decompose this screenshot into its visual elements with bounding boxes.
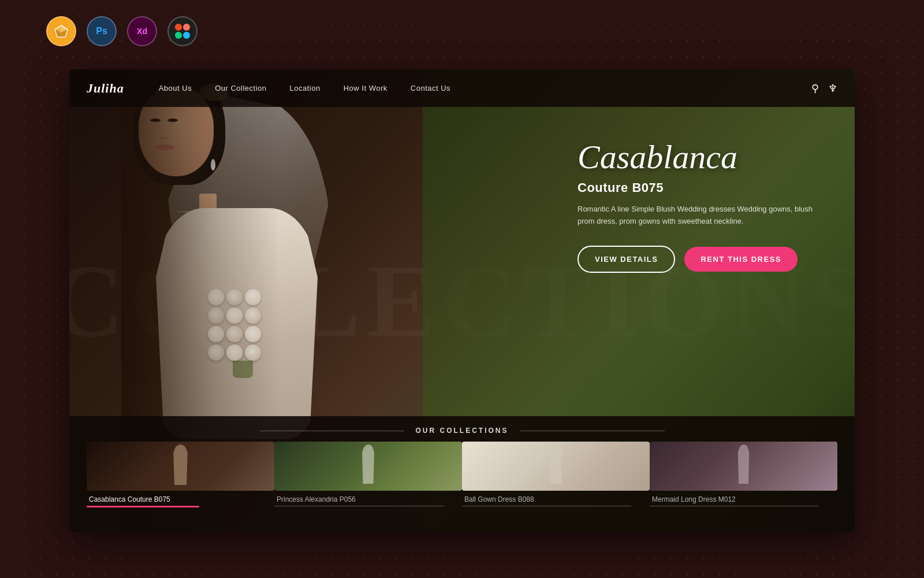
collection-inactive-indicator-3 xyxy=(462,506,631,506)
collections-section: OUR COLLECTIONS Casablanca Couture B075 xyxy=(69,416,855,532)
collection-inactive-indicator-4 xyxy=(650,506,819,506)
cart-icon[interactable]: ♆ xyxy=(828,82,837,95)
navbar: Juliha About Us Our Collection Location … xyxy=(69,69,855,107)
collection-thumb-2 xyxy=(274,442,462,491)
collection-item-ball-gown[interactable]: Ball Gown Dress B088 xyxy=(462,442,650,507)
collection-name-2: Princess Alexandria P056 xyxy=(274,495,462,503)
nav-links: About Us Our Collection Location How It … xyxy=(159,84,811,92)
collection-item-casablanca[interactable]: Casablanca Couture B075 xyxy=(87,442,274,507)
thumb-figure-1 xyxy=(170,444,191,485)
collection-active-indicator-1 xyxy=(87,506,199,507)
collections-header: OUR COLLECTIONS xyxy=(69,416,855,442)
nav-how-it-works[interactable]: How It Work xyxy=(344,84,388,92)
nav-logo[interactable]: Juliha xyxy=(87,81,124,96)
nav-contact[interactable]: Contact Us xyxy=(411,84,450,92)
nav-about[interactable]: About Us xyxy=(159,84,192,92)
collection-thumb-4 xyxy=(650,442,837,491)
thumb-figure-4 xyxy=(736,444,752,484)
hero-content: Casablanca Couture B075 Romantic A line … xyxy=(578,139,820,273)
collection-thumb-3 xyxy=(462,442,650,491)
collection-name-3: Ball Gown Dress B088 xyxy=(462,495,650,503)
collection-thumb-1 xyxy=(87,442,274,491)
hero-description: Romantic A line Simple Blush Wedding dre… xyxy=(578,203,820,228)
view-details-button[interactable]: VIEW DETAILS xyxy=(578,246,675,273)
collection-inactive-indicator-2 xyxy=(274,506,444,506)
collection-item-mermaid[interactable]: Mermaid Long Dress M012 xyxy=(650,442,837,507)
browser-window: COLLECTIONS xyxy=(69,69,855,532)
tool-icons-bar: Ps Xd xyxy=(46,16,198,46)
hero-script-title: Casablanca xyxy=(578,139,820,176)
rent-dress-button[interactable]: RENT THIS DRESS xyxy=(684,247,798,272)
collections-title: OUR COLLECTIONS xyxy=(416,427,509,435)
sketch-icon[interactable] xyxy=(46,16,76,46)
hero-subtitle: Couture B075 xyxy=(578,180,820,195)
hero-buttons: VIEW DETAILS RENT THIS DRESS xyxy=(578,246,820,273)
collections-line-left xyxy=(260,431,404,431)
nav-location[interactable]: Location xyxy=(290,84,321,92)
collection-name-4: Mermaid Long Dress M012 xyxy=(650,495,837,503)
figma-icon[interactable] xyxy=(167,16,198,46)
adobe-xd-icon[interactable]: Xd xyxy=(127,16,157,46)
nav-action-icons: ⚲ ♆ xyxy=(811,82,837,95)
collection-item-princess[interactable]: Princess Alexandria P056 xyxy=(274,442,462,507)
collection-name-1: Casablanca Couture B075 xyxy=(87,495,274,503)
collections-line-right xyxy=(520,431,665,431)
hero-section: COLLECTIONS xyxy=(69,69,855,532)
thumb-figure-3 xyxy=(547,444,565,484)
search-icon[interactable]: ⚲ xyxy=(811,82,819,95)
collection-items-grid: Casablanca Couture B075 Princess Alexand… xyxy=(69,442,855,507)
thumb-figure-2 xyxy=(360,444,377,484)
nav-collection[interactable]: Our Collection xyxy=(215,84,266,92)
photoshop-icon[interactable]: Ps xyxy=(87,16,117,46)
